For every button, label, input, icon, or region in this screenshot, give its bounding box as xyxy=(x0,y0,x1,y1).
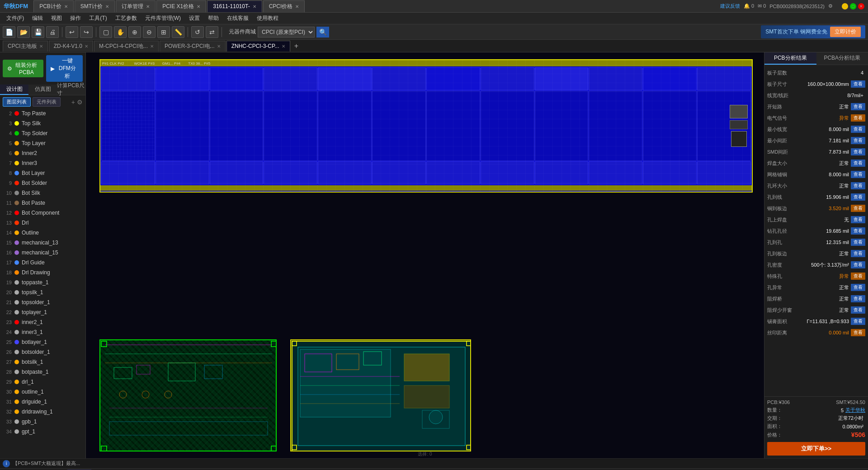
zoom-in-button[interactable]: ⊕ xyxy=(128,26,141,38)
rp-view-button[interactable]: 查看 xyxy=(851,114,865,122)
rp-tab-pcba[interactable]: PCBA分析结果 xyxy=(816,52,868,65)
titlebar-tab-31611[interactable]: 31611-11010T- ✕ xyxy=(207,0,262,12)
rp-view-button[interactable]: 查看 xyxy=(851,193,865,201)
order-button[interactable]: 立即下单>> xyxy=(767,442,865,456)
close-icon[interactable]: ✕ xyxy=(39,44,43,49)
analyze-pcba-button[interactable]: ⚙ 组装分析 PCBA xyxy=(3,60,43,77)
titlebar-tab-pcie[interactable]: PCIE X1价格 ✕ xyxy=(156,0,206,12)
file-tab-zdk4[interactable]: ZD-K4-V1.0 ✕ xyxy=(49,41,93,52)
layer-item[interactable]: 27 botsilk_1 xyxy=(0,357,85,367)
layer-item[interactable]: 30 outline_1 xyxy=(0,387,85,397)
print-button[interactable]: 🖨 xyxy=(46,26,59,38)
layer-item[interactable]: 20 topsilk_1 xyxy=(0,287,85,297)
menu-settings[interactable]: 设置 xyxy=(185,14,203,23)
close-icon[interactable]: ✕ xyxy=(253,4,256,9)
maximize-button[interactable]: □ xyxy=(850,3,856,9)
save-button[interactable]: 💾 xyxy=(32,26,44,38)
layer-item[interactable]: 29 drl_1 xyxy=(0,377,85,387)
redo-button[interactable]: ↪ xyxy=(80,26,93,38)
add-layer-icon[interactable]: + xyxy=(71,99,75,106)
layer-item[interactable]: 34 gpt_1 xyxy=(0,427,85,437)
search-button[interactable]: 🔍 xyxy=(316,27,329,38)
titlebar-tab-pcb[interactable]: PCB计价 ✕ xyxy=(33,0,74,12)
layer-item[interactable]: 23 inner2_1 xyxy=(0,317,85,327)
titlebar-tab-cpci[interactable]: CPCI价格 ✕ xyxy=(263,0,305,12)
zoom-out-button[interactable]: ⊖ xyxy=(143,26,156,38)
layer-item[interactable]: 24 inner3_1 xyxy=(0,327,85,337)
layer-item[interactable]: 2 Top Paste xyxy=(0,108,85,118)
feedback-btn[interactable]: 建议反馈 xyxy=(720,3,740,9)
layer-item[interactable]: 5 Top Layer xyxy=(0,138,85,148)
component-list-btn[interactable]: 元件列表 xyxy=(33,97,61,107)
menu-view[interactable]: 视图 xyxy=(47,14,66,23)
rp-view-button[interactable]: 查看 xyxy=(851,239,865,246)
rp-view-button[interactable]: 查看 xyxy=(851,250,865,257)
layer-item[interactable]: 8 Bot Layer xyxy=(0,168,85,178)
titlebar-tab-order[interactable]: 订单管理 ✕ xyxy=(116,0,156,12)
layer-item[interactable]: 14 Outline xyxy=(0,228,85,238)
menu-edit[interactable]: 编辑 xyxy=(28,14,47,23)
layer-item[interactable]: 22 toplayer_1 xyxy=(0,307,85,317)
message-icon[interactable]: ✉ 0 xyxy=(758,3,766,9)
file-tab-znhc[interactable]: ZNHC-CPCI-3-CP... ✕ xyxy=(226,41,290,52)
close-icon[interactable]: ✕ xyxy=(217,44,221,49)
layer-item[interactable]: 4 Top Solder xyxy=(0,128,85,138)
close-icon[interactable]: ✕ xyxy=(64,4,68,9)
layer-item[interactable]: 13 Drl xyxy=(0,218,85,228)
close-icon[interactable]: ✕ xyxy=(197,4,200,9)
rp-view-button[interactable]: 查看 xyxy=(851,126,865,133)
layer-item[interactable]: 10 Bot Silk xyxy=(0,188,85,198)
titlebar-tab-smt[interactable]: SMT计价 ✕ xyxy=(75,0,115,12)
settings-icon[interactable]: ⚙ xyxy=(77,99,83,106)
layer-item[interactable]: 19 toppaste_1 xyxy=(0,277,85,287)
close-icon[interactable]: ✕ xyxy=(295,4,299,9)
menu-operate[interactable]: 操作 xyxy=(66,14,85,23)
menu-support[interactable]: 在线客服 xyxy=(223,14,252,23)
layer-item[interactable]: 17 Drl Guide xyxy=(0,258,85,268)
close-icon[interactable]: ✕ xyxy=(150,44,154,49)
layer-item[interactable]: 3 Top Silk xyxy=(0,118,85,128)
layer-item[interactable]: 7 Inner3 xyxy=(0,158,85,168)
search-select[interactable]: CPCI (原来型PCI) xyxy=(258,27,315,38)
dfm-button[interactable]: ▶ 一键DFM分析 xyxy=(46,55,83,82)
rp-view-button[interactable]: 查看 xyxy=(851,261,865,268)
file-tab-mcpci[interactable]: M-CPCI-4-CPCI地... ✕ xyxy=(94,41,159,52)
rp-view-button[interactable]: 查看 xyxy=(851,137,865,144)
rp-view-button[interactable]: 查看 xyxy=(851,80,865,88)
subtab-sim[interactable]: 仿真图 xyxy=(28,85,57,95)
info-icon[interactable]: i xyxy=(3,460,10,467)
bell-icon[interactable]: 🔔 0 xyxy=(744,3,754,9)
new-button[interactable]: 📄 xyxy=(3,26,15,38)
menu-tutorial[interactable]: 使用教程 xyxy=(253,14,282,23)
rp-view-button[interactable]: 查看 xyxy=(851,295,865,302)
layer-item[interactable]: 18 Drl Drawing xyxy=(0,268,85,277)
close-icon[interactable]: ✕ xyxy=(282,44,285,49)
rotate-button[interactable]: ↺ xyxy=(191,26,204,38)
pan-button[interactable]: ✋ xyxy=(114,26,127,38)
rp-view-button[interactable]: 查看 xyxy=(851,318,865,325)
rp-view-button[interactable]: 查看 xyxy=(851,171,865,178)
rp-view-button[interactable]: 查看 xyxy=(851,216,865,223)
rp-view-button[interactable]: 查看 xyxy=(851,182,865,189)
rp-view-button[interactable]: 查看 xyxy=(851,329,865,336)
minimize-button[interactable]: − xyxy=(842,3,848,9)
layer-item[interactable]: 6 Inner2 xyxy=(0,148,85,158)
subtab-calc[interactable]: 计算PCB尺寸 xyxy=(57,85,85,95)
file-tab-cpci-main[interactable]: CPCI主地板 ✕ xyxy=(3,41,48,52)
menu-process[interactable]: 工艺参数 xyxy=(112,14,141,23)
rp-tab-pcb[interactable]: PCB分析结果 xyxy=(764,52,816,65)
file-tab-power[interactable]: POWER-3-CPCI电... ✕ xyxy=(160,41,226,52)
rp-view-button[interactable]: 查看 xyxy=(851,103,865,110)
center-canvas[interactable]: P#1 CLK P#2 WOK1E P#3 GM1... P#4 TX0 38.… xyxy=(86,52,764,458)
subtab-design[interactable]: 设计图 xyxy=(0,85,28,95)
layer-item[interactable]: 11 Bot Paste xyxy=(0,198,85,208)
layer-item[interactable]: 28 botpaste_1 xyxy=(0,367,85,377)
layer-item[interactable]: 26 botsolder_1 xyxy=(0,347,85,357)
settings-icon[interactable]: ⚙ xyxy=(828,3,833,9)
close-button[interactable]: ✕ xyxy=(858,3,864,9)
quote-button[interactable]: 立即计价 xyxy=(830,27,861,37)
layer-item[interactable]: 16 mechanical_15 xyxy=(0,248,85,258)
layer-item[interactable]: 31 drlguide_1 xyxy=(0,397,85,407)
menu-tools[interactable]: 工具(T) xyxy=(85,14,110,23)
layer-item[interactable]: 15 mechanical_13 xyxy=(0,238,85,248)
